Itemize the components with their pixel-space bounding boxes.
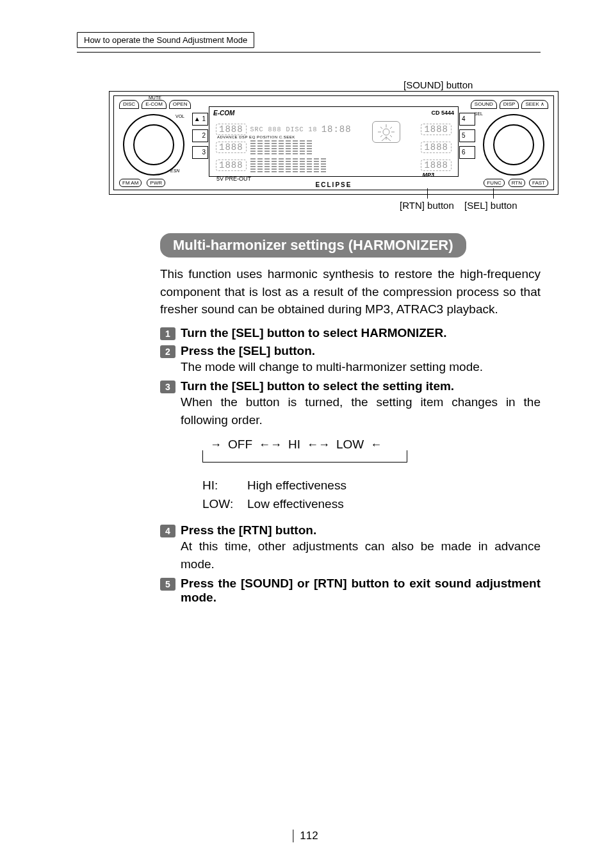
label-mute: MUTE <box>149 95 161 100</box>
step-2-badge: 2 <box>160 345 175 358</box>
seg-r2b: 1888 <box>421 142 452 153</box>
btn-disp: DISP <box>500 100 519 109</box>
step-1: 1 Turn the [SEL] button to select HARMON… <box>160 326 541 340</box>
panel-frame: MUTE DISC E-COM OPEN SOUND DISP SEEK ∧ V… <box>113 95 554 190</box>
step-4-sub: At this time, other adjustments can also… <box>181 537 541 573</box>
btn-open: OPEN <box>169 100 191 109</box>
step-2-sub: The mode will change to multi-harmonizer… <box>181 358 541 376</box>
volume-knob-outer <box>123 114 184 176</box>
bottom-buttons-right: FUNC RTN FAST <box>484 179 548 187</box>
preset-5: 5 <box>459 129 475 142</box>
cycle-return-path <box>202 450 407 463</box>
btn-func: FUNC <box>484 179 504 187</box>
breadcrumb: How to operate the Sound Adjustment Mode <box>77 32 254 48</box>
step-5-badge: 5 <box>160 578 175 591</box>
step-2: 2 Press the [SEL] button. The mode will … <box>160 344 541 376</box>
leader-line-rtn <box>427 188 428 199</box>
seg-r3a: 1888 <box>216 160 247 171</box>
preset-2: 2 <box>192 129 208 142</box>
eq-grid-row3 <box>250 158 418 172</box>
preset-buttons-right: 4 5 6 <box>459 113 475 159</box>
seg-r3b: 1888 <box>421 160 452 171</box>
leader-line-sound <box>438 92 439 111</box>
step-2-head: Press the [SEL] button. <box>181 344 541 358</box>
seg-r1a: 1888 <box>216 124 247 135</box>
head-unit-diagram: MUTE DISC E-COM OPEN SOUND DISP SEEK ∧ V… <box>109 91 558 195</box>
callout-sound-button: [SOUND] button <box>403 79 473 90</box>
label-mp3: MP3 <box>422 172 434 178</box>
preset-4: 4 <box>459 113 475 126</box>
content-column: Multi-harmonizer settings (HARMONIZER) T… <box>160 233 541 605</box>
lcd-rows: 1888 SRC 888 DISC 18 18:88 1888 1888 188… <box>216 122 452 172</box>
lcd-screen: E-COM CD 5444 1888 SRC 888 DIS <box>209 106 459 177</box>
step-3: 3 Turn the [SEL] button to select the se… <box>160 379 541 520</box>
intro-paragraph: This function uses harmonic synthesis to… <box>160 265 541 318</box>
def-low-val: Low effectiveness <box>247 495 344 514</box>
volume-knob-inner <box>133 124 174 165</box>
btn-ecom: E-COM <box>142 100 167 109</box>
step-5-head: Press the [SOUND] or [RTN] button to exi… <box>181 577 541 605</box>
cycle-off: OFF <box>228 438 252 452</box>
label-esn: ESN <box>170 168 179 173</box>
brand-name: ECLIPSE <box>316 181 352 188</box>
callout-sel-button: [SEL] button <box>464 200 517 211</box>
bottom-buttons-left: FM AM PWR <box>119 179 165 187</box>
callout-row: [RTN] button [SEL] button <box>109 200 557 218</box>
page-number: 112 <box>293 830 318 842</box>
leader-line-sel <box>493 188 494 199</box>
btn-sound: SOUND <box>471 100 497 109</box>
label-5v-preout: 5V PRE-OUT <box>216 176 251 182</box>
cycle-hi: HI <box>288 438 300 452</box>
svg-line-8 <box>380 135 382 137</box>
brightness-icon <box>372 121 400 143</box>
top-buttons-left: DISC E-COM OPEN <box>119 100 191 109</box>
step-5: 5 Press the [SOUND] or [RTN] button to e… <box>160 577 541 605</box>
btn-pwr: PWR <box>147 179 165 187</box>
arrow-lr-icon: ←→ <box>259 439 282 450</box>
sel-knob-inner <box>493 124 534 165</box>
preset-1: ▲ 1 <box>192 113 208 126</box>
preset-3: 3 <box>192 146 208 159</box>
step-4: 4 Press the [RTN] button. At this time, … <box>160 523 541 573</box>
preset-6: 6 <box>459 146 475 159</box>
section-title: Multi-harmonizer settings (HARMONIZER) <box>160 233 466 258</box>
btn-fast: FAST <box>529 179 548 187</box>
step-3-sub: When the button is turned, the setting i… <box>181 393 541 429</box>
seg-r1c: 18:88 <box>322 124 352 135</box>
def-hi-val: High effectiveness <box>247 477 346 495</box>
svg-point-0 <box>383 129 389 135</box>
callout-rtn-button: [RTN] button <box>400 200 454 211</box>
arrow-lr-icon-2: ←→ <box>307 439 330 450</box>
cycle-low: LOW <box>336 438 364 452</box>
arrow-left-icon: ← <box>370 439 382 450</box>
cycle-diagram: → OFF ←→ HI ←→ LOW ← <box>202 438 407 463</box>
lcd-small-labels: ADVANCE DSP EQ POSITION C.SEEK <box>217 135 450 139</box>
definitions: HI: High effectiveness LOW: Low effectiv… <box>202 477 541 513</box>
screen-title: E-COM <box>213 110 234 117</box>
seg-r1d: 1888 <box>421 124 452 135</box>
def-low-key: LOW: <box>202 495 247 514</box>
svg-line-5 <box>380 127 382 129</box>
label-vol: VOL <box>175 114 184 119</box>
eq-grid-row2 <box>250 140 418 154</box>
screen-model: CD 5444 <box>431 110 454 116</box>
svg-line-6 <box>390 135 392 137</box>
btn-rtn: RTN <box>509 179 525 187</box>
step-3-head: Turn the [SEL] button to select the sett… <box>181 379 541 393</box>
seg-r1b: SRC 888 DISC 18 <box>250 126 318 133</box>
step-1-badge: 1 <box>160 327 175 340</box>
top-buttons-right: SOUND DISP SEEK ∧ <box>471 100 548 109</box>
step-3-badge: 3 <box>160 381 175 393</box>
svg-line-7 <box>390 127 392 129</box>
btn-fm-am: FM AM <box>119 179 142 187</box>
sel-knob-outer <box>483 114 544 176</box>
header-rule <box>77 52 541 53</box>
def-hi-key: HI: <box>202 477 247 495</box>
seg-r2a: 1888 <box>216 142 247 153</box>
btn-disc: DISC <box>119 100 139 109</box>
step-1-head: Turn the [SEL] button to select HARMONIZ… <box>181 326 541 340</box>
step-4-head: Press the [RTN] button. <box>181 523 541 537</box>
btn-seek-up: SEEK ∧ <box>521 100 548 109</box>
step-4-badge: 4 <box>160 525 175 537</box>
label-sel-knob: SEL <box>475 111 483 116</box>
